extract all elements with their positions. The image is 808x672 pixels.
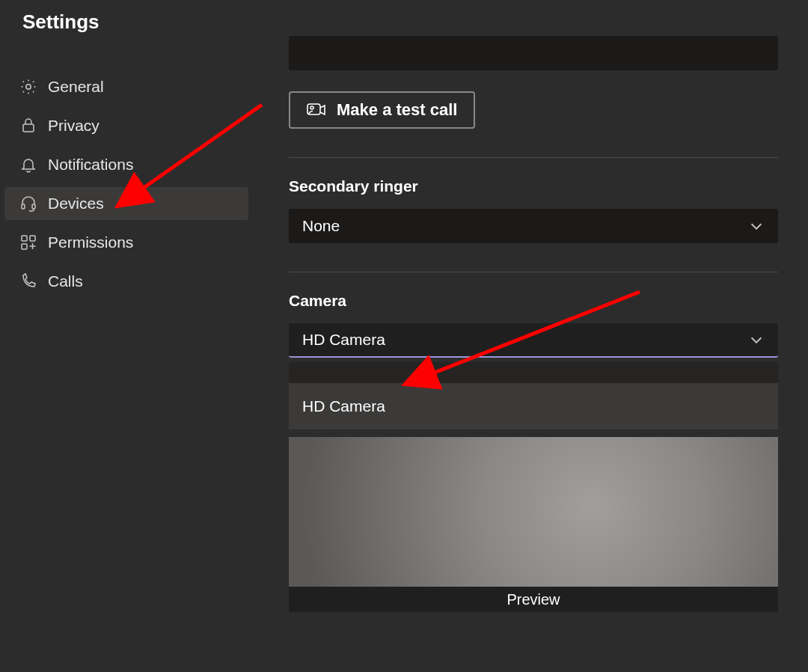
sidebar-item-label: Notifications: [48, 156, 133, 174]
svg-rect-1: [23, 124, 34, 132]
camera-dropdown-panel: HD Camera: [289, 362, 778, 430]
sidebar-item-notifications[interactable]: Notifications: [4, 148, 248, 181]
sidebar-item-permissions[interactable]: Permissions: [4, 226, 248, 259]
svg-rect-5: [30, 236, 35, 241]
sidebar-item-label: Privacy: [48, 117, 100, 135]
speaker-select[interactable]: [289, 36, 778, 70]
chevron-down-icon: [748, 332, 765, 348]
phone-icon: [19, 272, 37, 290]
camera-option[interactable]: HD Camera: [289, 383, 778, 430]
bell-icon: [19, 156, 37, 174]
sidebar-item-label: Calls: [48, 272, 83, 290]
sidebar: General Privacy Notifications Devices Pe…: [4, 70, 248, 304]
svg-rect-2: [22, 204, 25, 209]
svg-point-0: [26, 85, 31, 89]
separator: [289, 157, 778, 158]
sidebar-item-general[interactable]: General: [4, 70, 248, 103]
svg-rect-6: [22, 244, 27, 249]
secondary-ringer-select[interactable]: None: [289, 209, 778, 243]
video-call-icon: [307, 102, 326, 118]
gear-icon: [19, 78, 37, 96]
svg-rect-3: [32, 204, 35, 209]
make-test-call-label: Make a test call: [337, 100, 457, 120]
sidebar-item-privacy[interactable]: Privacy: [4, 109, 248, 142]
sidebar-item-label: Permissions: [48, 233, 133, 251]
camera-select-value: HD Camera: [302, 331, 385, 349]
separator: [289, 272, 778, 272]
camera-preview-label: Preview: [289, 587, 778, 612]
camera-option-label: HD Camera: [302, 397, 385, 415]
sidebar-item-label: Devices: [48, 195, 104, 213]
chevron-down-icon: [748, 218, 765, 234]
main-panel: Make a test call Secondary ringer None C…: [289, 36, 778, 612]
page-title: Settings: [22, 10, 100, 34]
svg-rect-4: [22, 236, 27, 241]
camera-label: Camera: [289, 292, 778, 310]
camera-preview: Preview: [289, 437, 778, 612]
sidebar-item-calls[interactable]: Calls: [4, 265, 248, 298]
secondary-ringer-value: None: [302, 217, 340, 235]
sidebar-item-label: General: [48, 78, 104, 96]
camera-select[interactable]: HD Camera: [289, 323, 778, 358]
svg-point-8: [310, 106, 313, 109]
make-test-call-button[interactable]: Make a test call: [289, 91, 475, 129]
headset-icon: [19, 195, 37, 213]
lock-icon: [19, 117, 37, 135]
sidebar-item-devices[interactable]: Devices: [4, 187, 248, 220]
apps-icon: [19, 233, 37, 251]
secondary-ringer-label: Secondary ringer: [289, 177, 778, 195]
